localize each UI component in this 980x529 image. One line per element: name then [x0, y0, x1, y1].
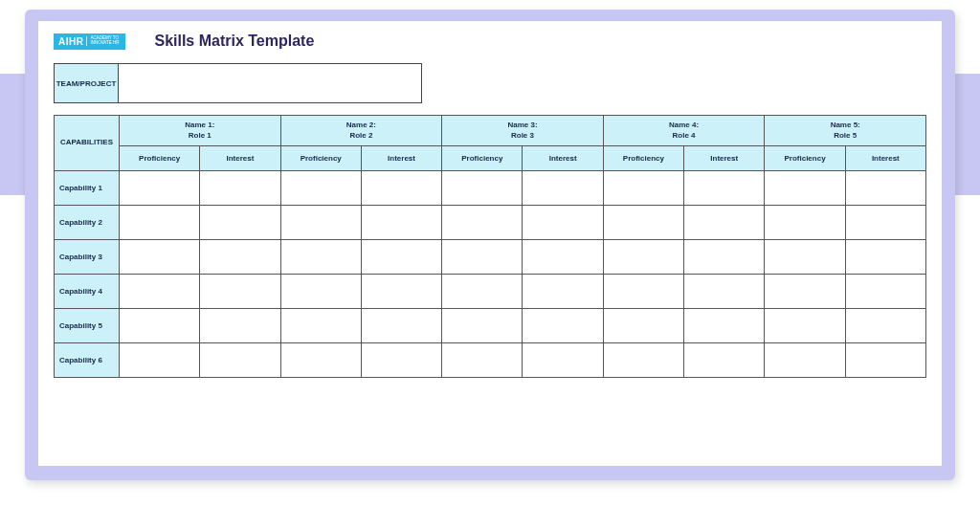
cell[interactable]	[845, 343, 925, 378]
cell[interactable]	[765, 171, 845, 206]
cell[interactable]	[200, 309, 280, 343]
cell[interactable]	[120, 206, 200, 240]
capability-label: Capability 2	[55, 206, 120, 240]
cell[interactable]	[765, 343, 845, 378]
logo-text: AIHR	[58, 36, 83, 47]
cell[interactable]	[361, 240, 441, 275]
cell[interactable]	[280, 240, 361, 275]
cell[interactable]	[120, 171, 200, 206]
interest-header: Interest	[361, 146, 441, 171]
cell[interactable]	[120, 275, 200, 309]
document-page: AIHR ACADEMY TO INNOVATE HR Skills Matri…	[38, 21, 942, 466]
aihr-logo: AIHR ACADEMY TO INNOVATE HR	[54, 33, 125, 50]
person-header-3: Name 3:Role 3	[442, 116, 604, 146]
cell[interactable]	[200, 206, 280, 240]
logo-subtext: ACADEMY TO INNOVATE HR	[86, 36, 121, 46]
capability-label: Capability 1	[55, 171, 120, 206]
cell[interactable]	[845, 206, 925, 240]
header: AIHR ACADEMY TO INNOVATE HR Skills Matri…	[54, 33, 926, 50]
table-row: Capability 4	[55, 275, 926, 309]
capability-label: Capability 5	[55, 309, 120, 343]
cell[interactable]	[120, 309, 200, 343]
proficiency-header: Proficiency	[442, 146, 523, 171]
cell[interactable]	[765, 240, 845, 275]
cell[interactable]	[603, 309, 683, 343]
cell[interactable]	[523, 275, 603, 309]
interest-header: Interest	[684, 146, 765, 171]
cell[interactable]	[280, 343, 361, 378]
cell[interactable]	[765, 206, 845, 240]
cell[interactable]	[603, 171, 683, 206]
matrix-body: Capability 1 Capability 2 Capability 3	[55, 171, 926, 378]
cell[interactable]	[603, 240, 683, 275]
cell[interactable]	[603, 343, 683, 378]
cell[interactable]	[765, 275, 845, 309]
cell[interactable]	[523, 206, 603, 240]
cell[interactable]	[684, 206, 765, 240]
cell[interactable]	[603, 206, 683, 240]
cell[interactable]	[442, 171, 523, 206]
cell[interactable]	[603, 275, 683, 309]
cell[interactable]	[684, 275, 765, 309]
cell[interactable]	[845, 171, 925, 206]
table-row: Capability 6	[55, 343, 926, 378]
proficiency-header: Proficiency	[120, 146, 200, 171]
cell[interactable]	[200, 171, 280, 206]
cell[interactable]	[442, 275, 523, 309]
cell[interactable]	[200, 275, 280, 309]
cell[interactable]	[684, 171, 765, 206]
interest-header: Interest	[200, 146, 280, 171]
team-project-label: TEAM/PROJECT	[54, 63, 119, 103]
cell[interactable]	[845, 240, 925, 275]
skills-matrix-table: CAPABILITIES Name 1:Role 1 Name 2:Role 2…	[54, 115, 926, 378]
cell[interactable]	[845, 309, 925, 343]
cell[interactable]	[523, 343, 603, 378]
table-row: Capability 2	[55, 206, 926, 240]
capability-label: Capability 4	[55, 275, 120, 309]
cell[interactable]	[280, 309, 361, 343]
cell[interactable]	[845, 275, 925, 309]
team-project-input[interactable]	[119, 63, 422, 103]
cell[interactable]	[361, 309, 441, 343]
table-row: Capability 5	[55, 309, 926, 343]
proficiency-header: Proficiency	[765, 146, 845, 171]
capability-label: Capability 6	[55, 343, 120, 378]
cell[interactable]	[442, 206, 523, 240]
cell[interactable]	[523, 171, 603, 206]
cell[interactable]	[120, 240, 200, 275]
interest-header: Interest	[523, 146, 603, 171]
table-row: Capability 1	[55, 171, 926, 206]
cell[interactable]	[280, 171, 361, 206]
table-row: Capability 3	[55, 240, 926, 275]
cell[interactable]	[200, 343, 280, 378]
cell[interactable]	[442, 309, 523, 343]
cell[interactable]	[442, 343, 523, 378]
cell[interactable]	[361, 343, 441, 378]
cell[interactable]	[361, 206, 441, 240]
cell[interactable]	[523, 240, 603, 275]
cell[interactable]	[523, 309, 603, 343]
person-header-5: Name 5:Role 5	[765, 116, 926, 146]
cell[interactable]	[442, 240, 523, 275]
cell[interactable]	[200, 240, 280, 275]
proficiency-header: Proficiency	[603, 146, 683, 171]
cell[interactable]	[361, 275, 441, 309]
person-header-1: Name 1:Role 1	[120, 116, 281, 146]
cell[interactable]	[684, 240, 765, 275]
proficiency-header: Proficiency	[280, 146, 361, 171]
team-project-row: TEAM/PROJECT	[54, 63, 926, 103]
person-header-4: Name 4:Role 4	[603, 116, 765, 146]
cell[interactable]	[280, 206, 361, 240]
cell[interactable]	[120, 343, 200, 378]
interest-header: Interest	[845, 146, 925, 171]
capabilities-header: CAPABILITIES	[55, 116, 120, 171]
capability-label: Capability 3	[55, 240, 120, 275]
cell[interactable]	[361, 171, 441, 206]
person-header-2: Name 2:Role 2	[280, 116, 442, 146]
cell[interactable]	[280, 275, 361, 309]
cell[interactable]	[684, 343, 765, 378]
cell[interactable]	[765, 309, 845, 343]
page-title: Skills Matrix Template	[154, 33, 314, 50]
cell[interactable]	[684, 309, 765, 343]
